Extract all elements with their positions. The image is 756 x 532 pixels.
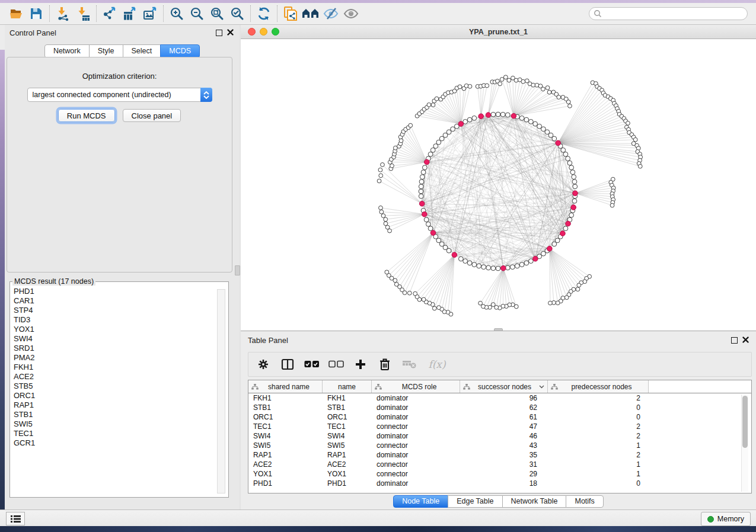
tab-style[interactable]: Style (89, 44, 123, 58)
close-table-panel-icon[interactable] (742, 335, 749, 345)
export-table-icon[interactable] (120, 5, 140, 23)
delete-table-icon[interactable] (401, 356, 417, 373)
export-network-icon[interactable] (100, 5, 120, 23)
table-row[interactable]: FKH1FKH1dominator962 (248, 393, 751, 403)
close-panel-icon[interactable] (227, 27, 234, 38)
mcds-hub-node[interactable] (560, 231, 566, 236)
function-builder-icon[interactable]: f(x) (426, 356, 448, 373)
run-mcds-button[interactable]: Run MCDS (58, 109, 115, 122)
table-tab-edge-table[interactable]: Edge Table (448, 495, 502, 508)
mcds-hub-node[interactable] (556, 140, 561, 146)
mcds-result-item[interactable]: SRD1 (14, 344, 225, 353)
mcds-result-item[interactable]: TID3 (14, 315, 225, 325)
mcds-hub-node[interactable] (533, 257, 538, 262)
first-neighbors-icon[interactable] (301, 5, 321, 23)
mcds-result-item[interactable]: TEC1 (14, 429, 225, 438)
open-session-icon[interactable] (6, 5, 26, 23)
mcds-hub-node[interactable] (452, 252, 457, 258)
delete-columns-icon[interactable] (377, 356, 393, 373)
clear-selection-icon[interactable] (328, 356, 344, 373)
mcds-result-item[interactable]: GCR1 (14, 438, 225, 448)
panel-list-mode-button[interactable] (6, 512, 25, 525)
float-panel-icon[interactable] (216, 30, 222, 36)
mcds-hub-node[interactable] (425, 159, 430, 165)
mcds-result-item[interactable]: SWI4 (14, 334, 225, 344)
table-tab-motifs[interactable]: Motifs (566, 495, 603, 508)
table-row[interactable]: SWI4SWI4dominator462 (248, 431, 751, 441)
table-row[interactable]: PHD1PHD1dominator180 (248, 479, 751, 488)
mcds-result-item[interactable]: ACE2 (14, 372, 225, 382)
mcds-result-item[interactable]: RAP1 (14, 400, 225, 410)
search-input[interactable] (589, 7, 748, 20)
table-row[interactable]: ORC1ORC1dominator610 (248, 412, 751, 422)
memory-button[interactable]: Memory (701, 512, 751, 526)
mcds-hub-node[interactable] (479, 114, 484, 119)
mcds-list-scrollbar[interactable] (217, 289, 225, 493)
mcds-hub-node[interactable] (422, 211, 428, 217)
table-options-icon[interactable] (256, 356, 271, 373)
node-table[interactable]: shared namenameMCDS rolesuccessor nodesp… (248, 380, 752, 493)
refresh-view-icon[interactable] (254, 5, 274, 23)
close-panel-button[interactable]: Close panel (123, 109, 181, 122)
mcds-result-item[interactable]: STB5 (14, 382, 225, 391)
table-tab-network-table[interactable]: Network Table (502, 495, 567, 508)
mcds-result-item[interactable]: ORC1 (14, 391, 225, 400)
save-session-icon[interactable] (26, 5, 46, 23)
show-all-icon[interactable] (341, 5, 361, 23)
column-header-name[interactable]: name (323, 380, 372, 393)
mcds-hub-node[interactable] (458, 121, 464, 127)
select-all-checkboxes-icon[interactable] (304, 356, 320, 373)
mcds-result-item[interactable]: CAR1 (14, 296, 225, 306)
table-row[interactable]: YOX1YOX1connector291 (248, 469, 751, 479)
table-scrollbar-thumb[interactable] (742, 396, 748, 448)
table-row[interactable]: TEC1TEC1connector472 (248, 422, 751, 431)
column-header-shared-name[interactable]: shared name (248, 380, 323, 393)
table-tab-node-table[interactable]: Node Table (393, 495, 448, 508)
mcds-hub-node[interactable] (486, 113, 491, 118)
mcds-result-item[interactable]: STP4 (14, 306, 225, 315)
mcds-hub-node[interactable] (501, 265, 506, 271)
toggle-columns-icon[interactable] (280, 356, 295, 373)
table-row[interactable]: ACE2ACE2connector311 (248, 460, 751, 469)
export-image-icon[interactable] (140, 5, 160, 23)
mcds-result-item[interactable]: PHD1 (14, 287, 225, 296)
mcds-result-item[interactable]: STB1 (14, 410, 225, 419)
float-table-panel-icon[interactable] (731, 337, 738, 344)
mcds-hub-node[interactable] (566, 221, 571, 226)
mcds-result-item[interactable]: YOX1 (14, 325, 225, 334)
mcds-hub-node[interactable] (419, 201, 425, 206)
mcds-result-title: MCDS result (17 nodes) (12, 277, 95, 286)
table-scrollbar-track[interactable] (741, 395, 748, 492)
import-network-icon[interactable] (53, 5, 73, 23)
tab-select[interactable]: Select (123, 44, 161, 58)
column-header-successor-nodes[interactable]: successor nodes (460, 380, 548, 393)
mcds-result-item[interactable]: FKH1 (14, 363, 225, 372)
mcds-hub-node[interactable] (430, 230, 436, 236)
table-row[interactable]: RAP1RAP1dominator352 (248, 450, 751, 460)
create-column-icon[interactable] (353, 356, 368, 373)
import-table-icon[interactable] (73, 5, 93, 23)
mcds-hub-node[interactable] (511, 113, 516, 118)
zoom-out-icon[interactable] (187, 5, 207, 23)
table-row[interactable]: SWI5SWI5connector431 (248, 441, 751, 450)
mcds-hub-node[interactable] (547, 246, 553, 251)
table-row[interactable]: STB1STB1dominator620 (248, 403, 751, 412)
network-view-canvas[interactable] (241, 39, 756, 331)
tab-network[interactable]: Network (44, 44, 90, 58)
mcds-result-item[interactable]: SWI5 (14, 419, 225, 429)
vertical-splitter-handle[interactable] (235, 265, 240, 275)
tab-mcds[interactable]: MCDS (160, 44, 200, 58)
column-header-MCDS-role[interactable]: MCDS role (372, 380, 460, 393)
zoom-fit-icon[interactable] (207, 5, 227, 23)
zoom-in-icon[interactable] (167, 5, 187, 23)
optimization-criterion-select[interactable]: largest connected component (undirected) (27, 88, 212, 102)
column-header-predecessor-nodes[interactable]: predecessor nodes (548, 380, 649, 393)
zoom-selected-icon[interactable] (227, 5, 247, 23)
mcds-hub-node[interactable] (571, 205, 576, 210)
mcds-hub-node[interactable] (573, 191, 578, 196)
mcds-result-item[interactable]: PMA2 (14, 353, 225, 363)
clone-network-icon[interactable] (280, 5, 301, 23)
hide-selected-icon[interactable] (321, 5, 341, 23)
network-graph[interactable] (241, 39, 756, 331)
column-header-label: shared name (259, 383, 319, 391)
